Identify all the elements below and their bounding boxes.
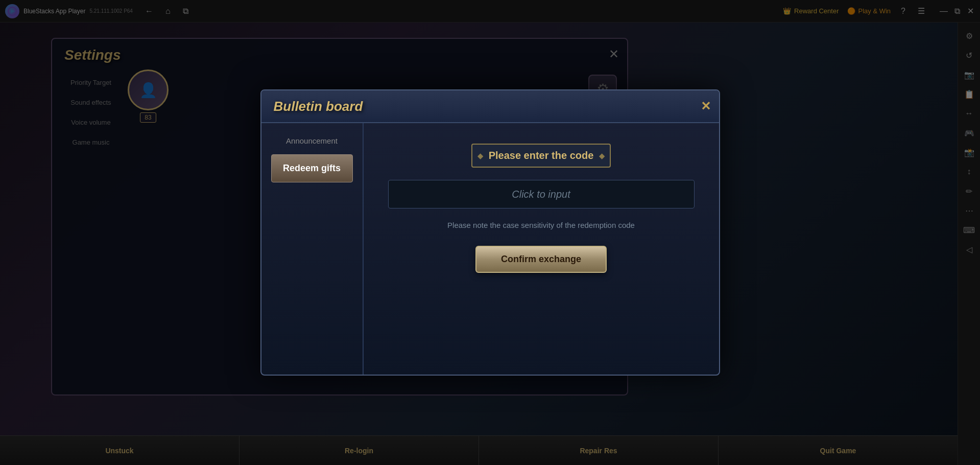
tab-announcement[interactable]: Announcement: [271, 131, 353, 150]
bulletin-modal: Bulletin board ✕ Announcement Redeem gif…: [260, 89, 720, 376]
confirm-exchange-button[interactable]: Confirm exchange: [475, 246, 607, 273]
bulletin-close-button[interactable]: ✕: [701, 99, 711, 113]
code-note: Please note the case sensitivity of the …: [447, 221, 635, 229]
bulletin-tabs: Announcement Redeem gifts: [261, 123, 364, 375]
bulletin-right-content: Please enter the code Click to input Ple…: [364, 123, 719, 375]
bulletin-header: Bulletin board ✕: [261, 90, 719, 123]
bulletin-body: Announcement Redeem gifts Please enter t…: [261, 123, 719, 375]
code-input-placeholder: Click to input: [512, 189, 570, 200]
code-title-badge: Please enter the code: [471, 144, 611, 168]
bulletin-title: Bulletin board: [274, 99, 363, 114]
code-input-wrapper[interactable]: Click to input: [388, 180, 695, 208]
code-title-text: Please enter the code: [489, 150, 594, 161]
tab-redeem-gifts[interactable]: Redeem gifts: [271, 154, 353, 182]
